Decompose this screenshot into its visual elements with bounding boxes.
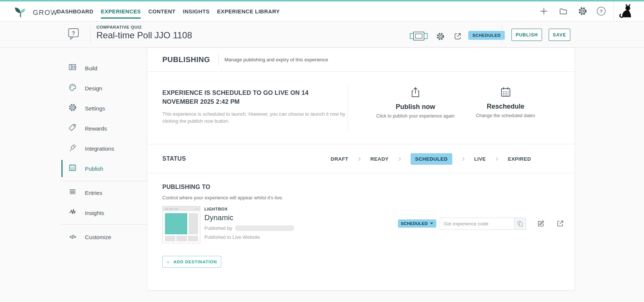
thumbnail-tile bbox=[188, 236, 198, 241]
sidebar-item-label: Insights bbox=[85, 210, 104, 216]
device-preview-icon[interactable] bbox=[409, 30, 428, 43]
add-destination-label: ADD DESTINATION bbox=[173, 260, 217, 264]
code-icon: </> bbox=[68, 234, 77, 240]
nav-experiences[interactable]: EXPERIENCES bbox=[101, 1, 141, 22]
nav-dashboard[interactable]: DASHBOARD bbox=[57, 1, 93, 22]
copy-code-button[interactable] bbox=[514, 218, 526, 229]
sidebar-item-rewards[interactable]: Rewards bbox=[61, 121, 147, 136]
reschedule-action[interactable]: Reschedule Change the scheduled dates bbox=[457, 86, 554, 118]
nav-insights[interactable]: INSIGHTS bbox=[183, 1, 210, 22]
grow-sprout-icon bbox=[13, 4, 28, 21]
sidebar-item-entries[interactable]: Entries bbox=[61, 185, 147, 200]
plus-icon: + bbox=[166, 258, 170, 265]
sidebar-item-publish[interactable]: Publish bbox=[61, 161, 147, 176]
published-to-line: Published to Live Website bbox=[204, 234, 294, 240]
thumbnail-tile bbox=[165, 236, 175, 241]
published-by-line: Published by bbox=[204, 225, 294, 231]
brand-name: GROW bbox=[33, 9, 58, 17]
nav-experience-library[interactable]: EXPERIENCE LIBRARY bbox=[217, 1, 280, 22]
chevron-right-icon bbox=[462, 157, 465, 161]
experience-title: Real-time Poll JJO 1108 bbox=[96, 30, 192, 41]
sidebar-item-design[interactable]: Design bbox=[61, 81, 147, 96]
thumbnail-lightbox-area bbox=[165, 213, 187, 234]
publish-button[interactable]: PUBLISH bbox=[511, 29, 542, 41]
pulse-icon bbox=[68, 208, 77, 218]
schedule-heading: EXPERIENCE IS SCHEDULED TO GO LIVE ON 14… bbox=[162, 88, 337, 106]
publishing-to-caption: Control where your experience will appea… bbox=[162, 195, 283, 200]
sidebar-item-label: Entries bbox=[85, 190, 102, 196]
save-button[interactable]: SAVE bbox=[549, 29, 570, 41]
gear-icon bbox=[68, 103, 77, 113]
chevron-right-icon bbox=[358, 157, 361, 161]
list-lines-icon bbox=[68, 187, 77, 198]
destination-status-value: SCHEDULED bbox=[401, 221, 428, 226]
sidebar-divider bbox=[61, 181, 147, 181]
title-divider bbox=[218, 54, 219, 66]
publish-now-action[interactable]: Publish now Click to publish your experi… bbox=[367, 86, 464, 119]
schedule-section: EXPERIENCE IS SCHEDULED TO GO LIVE ON 14… bbox=[147, 72, 575, 144]
status-label: STATUS bbox=[162, 144, 186, 173]
sidebar-item-label: Build bbox=[85, 65, 97, 71]
publish-now-label: Publish now bbox=[396, 103, 435, 111]
folder-icon[interactable] bbox=[558, 6, 568, 16]
experience-type-label: COMPARATIVE QUIZ bbox=[96, 25, 192, 29]
thumbnail-browser-bar bbox=[163, 206, 200, 211]
copy-icon bbox=[517, 221, 523, 227]
experience-title-block: COMPARATIVE QUIZ Real-time Poll JJO 1108 bbox=[96, 25, 192, 41]
calendar-icon bbox=[68, 163, 77, 174]
sidebar-item-insights[interactable]: Insights bbox=[61, 205, 147, 220]
status-step-draft: DRAFT bbox=[331, 156, 348, 162]
header-divider bbox=[90, 26, 91, 43]
thumbnail-tile bbox=[176, 236, 187, 241]
schedule-divider bbox=[348, 85, 348, 131]
status-step-ready: READY bbox=[370, 156, 389, 162]
help-icon[interactable]: ? bbox=[596, 6, 606, 16]
sidebar-item-settings[interactable]: Settings bbox=[61, 101, 147, 116]
sidebar-item-label: Design bbox=[85, 85, 102, 91]
chevron-right-icon bbox=[495, 157, 498, 161]
destination-thumbnail bbox=[162, 206, 200, 243]
destination-status-dropdown[interactable]: SCHEDULED bbox=[398, 219, 436, 228]
publishing-to-title: PUBLISHING TO bbox=[162, 184, 210, 190]
sidebar-item-label: Settings bbox=[85, 105, 105, 112]
publishing-panel: PUBLISHING Manage publishing and expiry … bbox=[147, 48, 575, 290]
header-status-badge: SCHEDULED bbox=[468, 31, 505, 40]
open-preview-external-icon[interactable] bbox=[453, 32, 462, 42]
palette-icon bbox=[68, 83, 77, 93]
status-step-scheduled: SCHEDULED bbox=[411, 153, 452, 165]
open-destination-external-icon[interactable] bbox=[556, 219, 565, 228]
sidebar-item-customize[interactable]: </> Customize bbox=[61, 229, 147, 244]
create-new-icon[interactable] bbox=[539, 6, 549, 16]
experience-settings-gear-icon[interactable] bbox=[436, 32, 445, 42]
chevron-right-icon bbox=[398, 157, 401, 161]
main-navigation: DASHBOARD EXPERIENCES CONTENT INSIGHTS E… bbox=[57, 1, 287, 22]
app-window: GROW DASHBOARD EXPERIENCES CONTENT INSIG… bbox=[0, 0, 644, 302]
sidebar-item-label: Rewards bbox=[85, 125, 107, 132]
user-avatar-cat[interactable] bbox=[617, 3, 634, 20]
add-destination-button[interactable]: + ADD DESTINATION bbox=[162, 256, 221, 268]
publishing-header-section: PUBLISHING Manage publishing and expiry … bbox=[147, 48, 575, 72]
edit-destination-icon[interactable] bbox=[536, 219, 545, 228]
help-glyph: ? bbox=[600, 9, 603, 14]
sidebar-divider bbox=[61, 224, 147, 225]
nav-content[interactable]: CONTENT bbox=[148, 1, 175, 22]
status-chain: DRAFT READY SCHEDULED LIVE EXPIRED bbox=[331, 144, 531, 173]
sidebar-item-build[interactable]: Build bbox=[61, 61, 147, 76]
reschedule-calendar-icon bbox=[500, 86, 512, 100]
sidebar-item-integrations[interactable]: Integrations bbox=[61, 141, 147, 156]
page-title: PUBLISHING bbox=[162, 48, 210, 71]
sidebar-item-label: Customize bbox=[85, 234, 111, 240]
schedule-description: This experience is scheduled to launch. … bbox=[162, 110, 348, 125]
sidebar-item-label: Publish bbox=[85, 166, 103, 172]
publish-now-caption: Click to publish your experience again bbox=[376, 113, 455, 119]
chevron-down-icon bbox=[430, 222, 433, 225]
build-icon bbox=[68, 63, 77, 73]
top-nav-bar: GROW DASHBOARD EXPERIENCES CONTENT INSIG… bbox=[0, 0, 644, 22]
tag-icon bbox=[68, 123, 77, 134]
page-subtitle: Manage publishing and expiry of this exp… bbox=[224, 48, 328, 71]
experience-code-input[interactable] bbox=[440, 218, 514, 229]
comparative-quiz-icon: ? bbox=[68, 28, 80, 43]
reschedule-label: Reschedule bbox=[487, 103, 524, 110]
status-section: STATUS DRAFT READY SCHEDULED LIVE EXPIRE… bbox=[147, 144, 575, 173]
settings-gear-icon[interactable] bbox=[578, 6, 587, 16]
